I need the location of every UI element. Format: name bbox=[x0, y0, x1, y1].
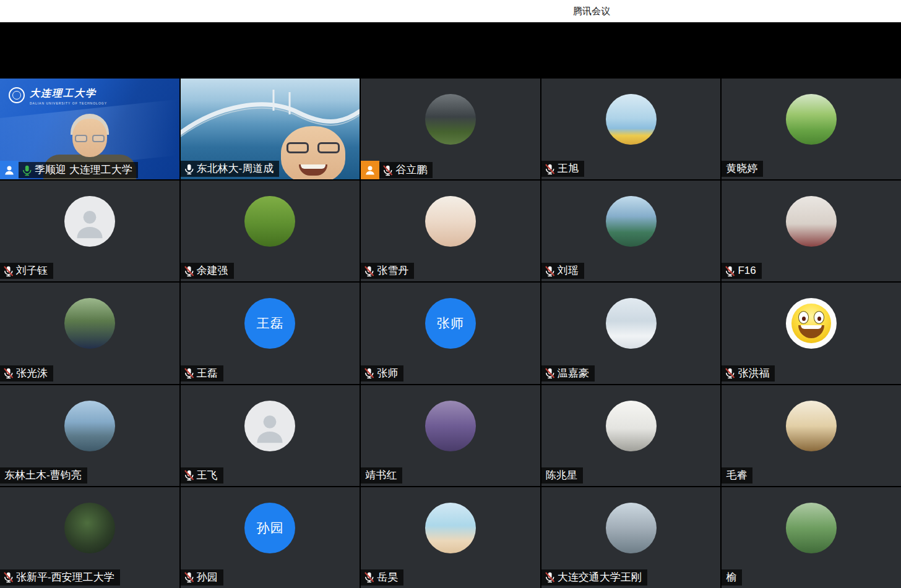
name-label: 王飞 bbox=[181, 467, 223, 484]
participant-name: 张新平-西安理工大学 bbox=[16, 569, 114, 586]
photo-avatar bbox=[244, 196, 295, 247]
participant-tile[interactable]: 王旭 bbox=[541, 79, 721, 179]
participant-tile[interactable]: 东北林大-周道成 bbox=[181, 79, 360, 179]
photo-avatar bbox=[606, 298, 657, 349]
photo-avatar bbox=[64, 298, 115, 349]
participant-name: 王旭 bbox=[558, 161, 579, 177]
mic-muted-icon bbox=[543, 571, 556, 584]
photo-avatar bbox=[606, 94, 657, 145]
name-label: 温嘉豪 bbox=[541, 365, 595, 381]
participant-tile[interactable]: 张雪丹 bbox=[361, 181, 540, 281]
participant-tile[interactable]: 张师张师 bbox=[361, 283, 540, 383]
participant-tile[interactable]: 榆 bbox=[722, 487, 901, 588]
avatar bbox=[64, 401, 115, 451]
photo-avatar bbox=[786, 401, 837, 451]
avatar: 孙园 bbox=[244, 503, 295, 553]
participant-tile[interactable]: 陈兆星 bbox=[541, 385, 721, 486]
mic-muted-icon bbox=[183, 469, 196, 482]
participant-tile[interactable]: 张新平-西安理工大学 bbox=[0, 487, 179, 588]
participant-tile[interactable]: 温嘉豪 bbox=[541, 283, 721, 383]
name-label: 谷立鹏 bbox=[379, 162, 433, 178]
university-name-subtext: DALIAN UNIVERSITY OF TECHNOLOGY bbox=[30, 101, 107, 105]
participant-tile[interactable]: 孙园孙园 bbox=[181, 487, 360, 588]
participant-tile[interactable]: 王飞 bbox=[181, 385, 360, 486]
name-label: 陈兆星 bbox=[541, 467, 583, 484]
participant-tile[interactable]: 岳昊 bbox=[361, 487, 540, 588]
name-label: 张新平-西安理工大学 bbox=[0, 569, 120, 586]
photo-avatar bbox=[64, 503, 115, 553]
university-logo: 大连理工大学DALIAN UNIVERSITY OF TECHNOLOGY bbox=[9, 87, 107, 105]
avatar bbox=[606, 401, 657, 451]
mic-muted-icon bbox=[543, 265, 556, 278]
mic-muted-icon bbox=[363, 265, 376, 278]
participant-tile[interactable]: 毛睿 bbox=[722, 385, 901, 486]
avatar bbox=[244, 196, 295, 247]
avatar bbox=[786, 401, 837, 451]
participant-tile[interactable]: 大连交通大学王刚 bbox=[541, 487, 721, 588]
participant-tile[interactable]: 余建强 bbox=[181, 181, 360, 281]
avatar bbox=[64, 196, 115, 247]
mic-muted-icon bbox=[723, 367, 736, 380]
name-label: 季顺迎 大连理工大学 bbox=[19, 162, 138, 178]
participant-tile[interactable]: 刘子钰 bbox=[0, 181, 179, 281]
avatar bbox=[786, 196, 837, 247]
name-label: 孙园 bbox=[181, 569, 223, 586]
meeting-stage: 大连理工大学DALIAN UNIVERSITY OF TECHNOLOGY季顺迎… bbox=[0, 22, 901, 588]
participant-name: 东林土木-曹钧亮 bbox=[4, 467, 82, 484]
participant-tile[interactable]: 大连理工大学DALIAN UNIVERSITY OF TECHNOLOGY季顺迎… bbox=[0, 79, 179, 179]
participant-tile[interactable]: 王磊王磊 bbox=[181, 283, 360, 383]
avatar bbox=[425, 196, 476, 247]
photo-avatar bbox=[64, 401, 115, 451]
smiley-emoji-avatar bbox=[786, 298, 837, 349]
avatar bbox=[425, 503, 476, 553]
default-avatar-silhouette-icon bbox=[252, 410, 288, 446]
avatar bbox=[606, 298, 657, 349]
participant-tile[interactable]: 张洪福 bbox=[722, 283, 901, 383]
participant-tile[interactable]: 黄晓婷 bbox=[722, 79, 901, 179]
participant-name: 王飞 bbox=[197, 467, 218, 484]
host-badge-icon bbox=[0, 161, 19, 179]
name-label: 黄晓婷 bbox=[722, 161, 763, 177]
participant-name: 岳昊 bbox=[377, 569, 398, 586]
participant-name: 黄晓婷 bbox=[726, 161, 757, 177]
avatar bbox=[425, 401, 476, 451]
name-label: 张雪丹 bbox=[361, 263, 414, 279]
default-avatar bbox=[64, 196, 115, 247]
mic-muted-icon bbox=[363, 367, 376, 380]
participant-tile[interactable]: 东林土木-曹钧亮 bbox=[0, 385, 179, 486]
avatar: 张师 bbox=[425, 298, 476, 349]
mic-muted-icon bbox=[2, 367, 15, 380]
mic-muted-icon bbox=[543, 163, 556, 176]
name-label: 靖书红 bbox=[361, 467, 402, 484]
name-label: 东北林大-周道成 bbox=[181, 161, 280, 177]
mic-active-icon bbox=[20, 164, 33, 177]
participant-name: 陈兆星 bbox=[546, 467, 577, 484]
participant-name: 张光洙 bbox=[16, 365, 48, 381]
photo-avatar bbox=[786, 94, 837, 145]
mic-muted-icon bbox=[183, 571, 196, 584]
participant-name: 东北林大-周道成 bbox=[197, 161, 274, 177]
name-label: 大连交通大学王刚 bbox=[541, 569, 647, 586]
avatar bbox=[786, 298, 837, 349]
default-avatar bbox=[244, 401, 295, 451]
initials-avatar: 王磊 bbox=[244, 298, 295, 349]
participant-grid: 大连理工大学DALIAN UNIVERSITY OF TECHNOLOGY季顺迎… bbox=[0, 79, 901, 588]
name-label: 王磊 bbox=[181, 365, 223, 381]
mic-muted-icon bbox=[183, 367, 196, 380]
participant-tile[interactable]: 谷立鹏 bbox=[361, 79, 540, 179]
university-name-text: 大连理工大学 bbox=[30, 87, 107, 100]
name-label: 张洪福 bbox=[722, 365, 775, 381]
participant-tile[interactable]: 靖书红 bbox=[361, 385, 540, 486]
name-label: 张师 bbox=[361, 365, 403, 381]
participant-tile[interactable]: F16 bbox=[722, 181, 901, 281]
name-label: 王旭 bbox=[541, 161, 584, 177]
initials-avatar: 孙园 bbox=[244, 503, 295, 553]
name-label: 张光洙 bbox=[0, 365, 53, 381]
participant-name: 榆 bbox=[726, 569, 736, 586]
participant-tile[interactable]: 刘瑶 bbox=[541, 181, 721, 281]
window-titlebar[interactable]: 腾讯会议 bbox=[0, 0, 901, 22]
avatar bbox=[786, 94, 837, 145]
speaker-face bbox=[281, 126, 345, 179]
mic-on-icon bbox=[183, 163, 196, 176]
participant-tile[interactable]: 张光洙 bbox=[0, 283, 179, 383]
